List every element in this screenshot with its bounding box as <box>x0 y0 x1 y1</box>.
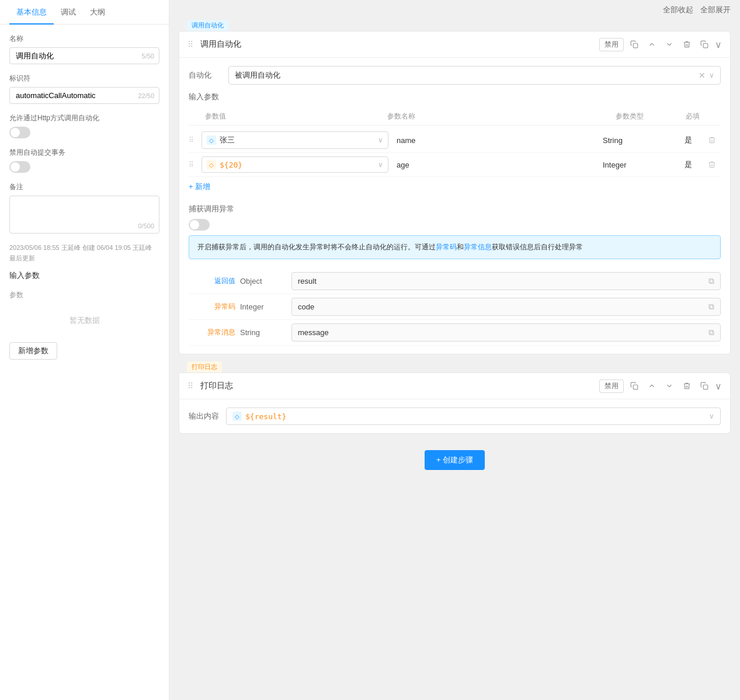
automation-clear-icon[interactable]: ✕ <box>699 71 706 80</box>
step1-expand-icon[interactable]: ∨ <box>715 39 722 50</box>
step2-drag-handle[interactable]: ⠿ <box>187 381 193 391</box>
http-toggle-group: 允许通过Http方式调用自动化 <box>9 113 159 138</box>
automation-chevron-icon[interactable]: ∨ <box>709 71 714 79</box>
tab-basic-info[interactable]: 基本信息 <box>9 0 54 25</box>
step1-down-icon[interactable] <box>662 37 676 51</box>
name-input[interactable] <box>10 48 159 64</box>
param-1-type: Integer <box>603 161 673 169</box>
exception-toggle[interactable] <box>189 219 210 231</box>
step2-up-icon[interactable] <box>645 379 659 393</box>
name-label: 名称 <box>9 34 159 44</box>
step1-title: 调用自动化 <box>200 39 595 50</box>
svg-rect-1 <box>703 43 708 48</box>
main-header: 全部收起 全部展开 <box>169 0 740 20</box>
step1-drag-handle[interactable]: ⠿ <box>187 40 193 49</box>
return-row-1-value-wrap: code ⧉ <box>291 298 721 316</box>
step1-header: ⠿ 调用自动化 禁用 <box>179 32 730 58</box>
step1-delete-icon[interactable] <box>680 37 694 51</box>
param-0-drag[interactable]: ⠿ <box>189 136 198 144</box>
param-0-icon: ◇ <box>207 135 216 145</box>
transaction-toggle[interactable] <box>9 161 30 173</box>
sidebar-tabs: 基本信息 调试 大纲 <box>0 0 169 25</box>
sidebar-content: 名称 5/50 标识符 22/50 允许通过Http方式调用自动化 禁用自动提交… <box>0 25 169 700</box>
add-param-button[interactable]: 新增参数 <box>9 342 57 360</box>
step2-down-icon[interactable] <box>662 379 676 393</box>
step2-tag-area: 打印日志 <box>179 361 731 372</box>
exception-message-link[interactable]: 异常信息 <box>464 243 492 251</box>
param-0-type: String <box>603 136 673 145</box>
step1-up-icon[interactable] <box>645 37 659 51</box>
transaction-label: 禁用自动提交事务 <box>9 148 159 158</box>
params-table-header: 参数 <box>9 287 159 304</box>
step2-delete-icon[interactable] <box>680 379 694 393</box>
param-0-value-cell[interactable]: ◇ 张三 ∨ <box>201 131 388 149</box>
return-row-2-copy-icon[interactable]: ⧉ <box>708 328 714 337</box>
step1-more-icon[interactable] <box>697 37 711 51</box>
main-body: 调用自动化 ⠿ 调用自动化 禁用 <box>169 20 740 700</box>
step2-copy-icon[interactable] <box>627 379 641 393</box>
return-row-2-value-wrap: message ⧉ <box>291 323 721 342</box>
param-0-name: name <box>392 136 599 145</box>
param-1-name: age <box>392 161 599 169</box>
name-input-wrap: 5/50 <box>9 47 159 64</box>
tab-debug[interactable]: 调试 <box>54 0 83 25</box>
identifier-input-wrap: 22/50 <box>9 87 159 104</box>
print-value-icon: ◇ <box>232 412 242 421</box>
step2-actions: 禁用 ∨ <box>599 379 722 393</box>
step2-expand-icon[interactable]: ∨ <box>715 381 722 392</box>
tab-outline[interactable]: 大纲 <box>83 0 112 25</box>
return-row-2: 异常消息 String message ⧉ <box>189 320 721 346</box>
return-row-0-copy-icon[interactable]: ⧉ <box>708 276 714 286</box>
exception-info-box: 开启捕获异常后，调用的自动化发生异常时将不会终止自动化的运行。可通过异常码和异常… <box>189 235 721 259</box>
create-step-button[interactable]: + 创建步骤 <box>425 450 485 470</box>
http-toggle[interactable] <box>9 127 30 138</box>
param-1-value-cell[interactable]: ◇ ${20} ∨ <box>201 156 388 173</box>
no-data-text: 暂无数据 <box>9 304 159 337</box>
params-header-name: 参数名称 <box>387 112 616 121</box>
params-col-param: 参数 <box>9 290 159 300</box>
step2-tag: 打印日志 <box>187 361 222 372</box>
http-toggle-wrap <box>9 127 159 138</box>
param-1-delete-icon[interactable] <box>703 161 721 169</box>
return-row-2-value: message <box>298 328 329 337</box>
automation-field-row: 自动化 被调用自动化 ✕ ∨ <box>189 66 721 85</box>
param-1-chevron[interactable]: ∨ <box>378 161 383 169</box>
param-0-delete-icon[interactable] <box>703 136 721 144</box>
print-chevron-icon[interactable]: ∨ <box>709 412 714 420</box>
svg-rect-2 <box>633 385 638 389</box>
remark-label: 备注 <box>9 182 159 192</box>
transaction-toggle-group: 禁用自动提交事务 <box>9 148 159 173</box>
return-row-0-type: Object <box>240 277 287 285</box>
step2-body: 输出内容 ◇ ${result} ∨ <box>179 399 730 433</box>
step1-disable-button[interactable]: 禁用 <box>599 38 624 51</box>
print-field-row: 输出内容 ◇ ${result} ∨ <box>189 408 721 425</box>
svg-rect-3 <box>703 385 708 389</box>
return-row-2-type: String <box>240 328 287 337</box>
name-field-group: 名称 5/50 <box>9 34 159 64</box>
step1-copy-icon[interactable] <box>627 37 641 51</box>
return-row-1-copy-icon[interactable]: ⧉ <box>708 302 714 312</box>
return-row-1-type: Integer <box>240 302 287 311</box>
param-row-1: ⠿ ◇ ${20} ∨ age Integer 是 <box>189 153 721 177</box>
exception-code-link[interactable]: 异常码 <box>436 243 457 251</box>
step2-more-icon[interactable] <box>697 379 711 393</box>
identifier-input[interactable] <box>10 88 159 103</box>
input-params-title: 输入参数 <box>9 270 159 281</box>
step2-disable-button[interactable]: 禁用 <box>599 379 624 393</box>
collapse-all-button[interactable]: 全部收起 <box>663 5 693 15</box>
exception-section: 捕获调用异常 开启捕获异常后，调用的自动化发生异常时将不会终止自动化的运行。可通… <box>189 204 721 259</box>
add-param-row-button[interactable]: + 新增 <box>189 177 721 197</box>
param-row-0: ⠿ ◇ 张三 ∨ name String 是 <box>189 128 721 153</box>
remark-textarea[interactable] <box>10 196 159 231</box>
step2-title: 打印日志 <box>200 381 595 391</box>
param-0-chevron[interactable]: ∨ <box>378 136 383 144</box>
return-row-2-label: 异常消息 <box>189 328 235 337</box>
expand-all-button[interactable]: 全部展开 <box>700 5 731 15</box>
automation-value-wrap[interactable]: 被调用自动化 ✕ ∨ <box>228 66 721 85</box>
param-1-drag[interactable]: ⠿ <box>189 161 198 169</box>
return-row-1-value: code <box>298 302 314 311</box>
sidebar: 基本信息 调试 大纲 名称 5/50 标识符 22/50 允许通过Http方式调… <box>0 0 169 700</box>
params-header-required: 必填 <box>686 112 721 121</box>
print-value-wrap[interactable]: ◇ ${result} ∨ <box>226 408 721 425</box>
step1-tag: 调用自动化 <box>187 20 228 31</box>
